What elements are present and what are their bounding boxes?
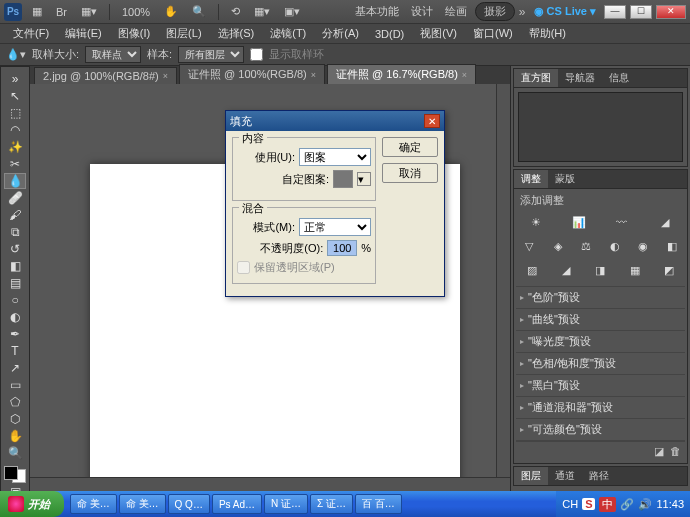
tray-clock[interactable]: 11:43 bbox=[656, 498, 684, 510]
view-rotate-icon[interactable]: ⟲ bbox=[227, 3, 244, 20]
preset-mixer[interactable]: ▸"通道混和器"预设 bbox=[516, 397, 685, 419]
use-select[interactable]: 图案 bbox=[299, 148, 371, 166]
tab-paths[interactable]: 路径 bbox=[582, 467, 616, 485]
threshold-icon[interactable]: ◨ bbox=[591, 262, 609, 278]
doc-tab-2[interactable]: 证件照 @ 100%(RGB/8)× bbox=[179, 64, 325, 84]
pattern-swatch[interactable] bbox=[333, 170, 353, 188]
zoom-display[interactable]: 100% bbox=[118, 4, 154, 20]
lasso-tool[interactable]: ◠ bbox=[4, 122, 26, 138]
preset-levels[interactable]: ▸"色阶"预设 bbox=[516, 287, 685, 309]
posterize-icon[interactable]: ◢ bbox=[557, 262, 575, 278]
mru-icon[interactable]: ▦ bbox=[28, 3, 46, 20]
menu-select[interactable]: 选择(S) bbox=[211, 24, 262, 43]
collapse-icon[interactable]: » bbox=[4, 71, 26, 87]
close-button[interactable]: ✕ bbox=[656, 5, 686, 19]
cslive-button[interactable]: ◉ CS Live ▾ bbox=[530, 3, 600, 20]
ok-button[interactable]: 确定 bbox=[382, 137, 438, 157]
marquee-tool[interactable]: ⬚ bbox=[4, 105, 26, 121]
preset-exposure[interactable]: ▸"曝光度"预设 bbox=[516, 331, 685, 353]
hue-icon[interactable]: ◈ bbox=[549, 238, 567, 254]
move-tool[interactable]: ↖ bbox=[4, 88, 26, 104]
ws-design[interactable]: 设计 bbox=[407, 2, 437, 21]
menu-edit[interactable]: 编辑(E) bbox=[58, 24, 109, 43]
task-3[interactable]: Q Q… bbox=[168, 494, 210, 514]
tab-layers[interactable]: 图层 bbox=[514, 467, 548, 485]
pattern-picker-icon[interactable]: ▾ bbox=[357, 172, 371, 186]
eyedropper-tool[interactable]: 💧 bbox=[4, 173, 26, 189]
ime-mode-icon[interactable]: 中 bbox=[599, 497, 616, 512]
tab-close-icon[interactable]: × bbox=[462, 70, 467, 80]
blur-tool[interactable]: ○ bbox=[4, 292, 26, 308]
show-ring-checkbox[interactable] bbox=[250, 48, 263, 61]
dialog-close-button[interactable]: ✕ bbox=[424, 114, 440, 128]
3d-tool[interactable]: ⬠ bbox=[4, 394, 26, 410]
tab-adjustments[interactable]: 调整 bbox=[514, 170, 548, 188]
preset-hue[interactable]: ▸"色相/饱和度"预设 bbox=[516, 353, 685, 375]
tray-lang-label[interactable]: CH bbox=[562, 498, 578, 510]
ws-photo[interactable]: 摄影 bbox=[475, 2, 515, 21]
gradient-tool[interactable]: ▤ bbox=[4, 275, 26, 291]
menu-filter[interactable]: 滤镜(T) bbox=[263, 24, 313, 43]
color-swatch[interactable] bbox=[4, 466, 26, 483]
task-1[interactable]: 命 美… bbox=[70, 494, 117, 514]
photo-filter-icon[interactable]: ◉ bbox=[634, 238, 652, 254]
history-brush-tool[interactable]: ↺ bbox=[4, 241, 26, 257]
tab-close-icon[interactable]: × bbox=[311, 70, 316, 80]
zoom-tool[interactable]: 🔍 bbox=[4, 445, 26, 461]
trash-icon[interactable]: 🗑 bbox=[670, 445, 681, 458]
clip-icon[interactable]: ◪ bbox=[654, 445, 664, 458]
tab-histogram[interactable]: 直方图 bbox=[514, 69, 558, 87]
hand-icon[interactable]: ✋ bbox=[160, 3, 182, 20]
task-4[interactable]: Ps Ad… bbox=[212, 494, 262, 514]
exposure-icon[interactable]: ◢ bbox=[656, 214, 674, 230]
ws-more-icon[interactable]: » bbox=[519, 5, 526, 19]
ime-icon[interactable]: S bbox=[582, 498, 595, 510]
menu-3d[interactable]: 3D(D) bbox=[368, 26, 411, 42]
tab-channels[interactable]: 通道 bbox=[548, 467, 582, 485]
pen-tool[interactable]: ✒ bbox=[4, 326, 26, 342]
opacity-input[interactable] bbox=[327, 240, 357, 256]
doc-tab-1[interactable]: 2.jpg @ 100%(RGB/8#)× bbox=[34, 67, 177, 84]
heal-tool[interactable]: 🩹 bbox=[4, 190, 26, 206]
task-2[interactable]: 命 美… bbox=[119, 494, 166, 514]
mode-select[interactable]: 正常 bbox=[299, 218, 371, 236]
menu-analysis[interactable]: 分析(A) bbox=[315, 24, 366, 43]
menu-image[interactable]: 图像(I) bbox=[111, 24, 157, 43]
mb-icon[interactable]: ▦▾ bbox=[77, 3, 101, 20]
dialog-titlebar[interactable]: 填充 ✕ bbox=[226, 111, 444, 131]
menu-window[interactable]: 窗口(W) bbox=[466, 24, 520, 43]
ws-paint[interactable]: 绘画 bbox=[441, 2, 471, 21]
cancel-button[interactable]: 取消 bbox=[382, 163, 438, 183]
eraser-tool[interactable]: ◧ bbox=[4, 258, 26, 274]
type-tool[interactable]: T bbox=[4, 343, 26, 359]
wand-tool[interactable]: ✨ bbox=[4, 139, 26, 155]
hand-tool[interactable]: ✋ bbox=[4, 428, 26, 444]
task-6[interactable]: Σ 证… bbox=[310, 494, 353, 514]
3d-camera-tool[interactable]: ⬡ bbox=[4, 411, 26, 427]
menu-layer[interactable]: 图层(L) bbox=[159, 24, 208, 43]
selective-icon[interactable]: ◩ bbox=[660, 262, 678, 278]
crop-tool[interactable]: ✂ bbox=[4, 156, 26, 172]
brush-tool[interactable]: 🖌 bbox=[4, 207, 26, 223]
shape-tool[interactable]: ▭ bbox=[4, 377, 26, 393]
bw-icon[interactable]: ◐ bbox=[606, 238, 624, 254]
arrange-icon[interactable]: ▦▾ bbox=[250, 3, 274, 20]
start-button[interactable]: 开始 bbox=[0, 491, 64, 517]
screen-mode-icon[interactable]: ▣▾ bbox=[280, 3, 304, 20]
preset-selective[interactable]: ▸"可选颜色"预设 bbox=[516, 419, 685, 441]
stamp-tool[interactable]: ⧉ bbox=[4, 224, 26, 240]
bridge-icon[interactable]: Br bbox=[52, 4, 71, 20]
curves-icon[interactable]: 〰 bbox=[613, 214, 631, 230]
gradmap-icon[interactable]: ▦ bbox=[626, 262, 644, 278]
menu-view[interactable]: 视图(V) bbox=[413, 24, 464, 43]
tool-preset-icon[interactable]: 💧▾ bbox=[6, 48, 26, 61]
mixer-icon[interactable]: ◧ bbox=[663, 238, 681, 254]
tab-navigator[interactable]: 导航器 bbox=[558, 69, 602, 87]
menu-help[interactable]: 帮助(H) bbox=[522, 24, 573, 43]
tab-info[interactable]: 信息 bbox=[602, 69, 636, 87]
task-5[interactable]: N 证… bbox=[264, 494, 308, 514]
vibrance-icon[interactable]: ▽ bbox=[520, 238, 538, 254]
dodge-tool[interactable]: ◐ bbox=[4, 309, 26, 325]
balance-icon[interactable]: ⚖ bbox=[577, 238, 595, 254]
sample-size-select[interactable]: 取样点 bbox=[85, 46, 141, 63]
